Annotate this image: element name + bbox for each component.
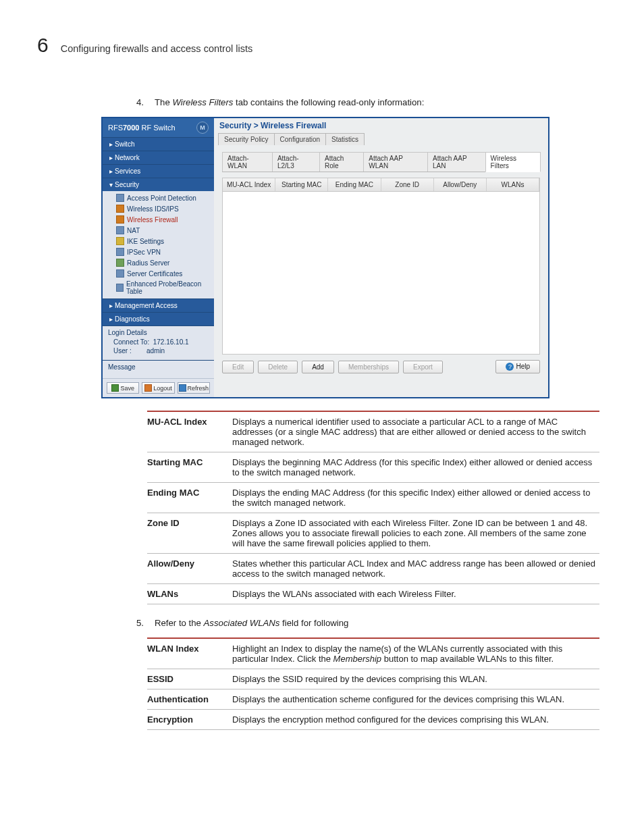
edit-button[interactable]: Edit — [222, 361, 254, 373]
sub-tabs: Attach-WLAN Attach-L2/L3 Attach Role Att… — [222, 152, 540, 172]
node-icon — [116, 194, 124, 202]
app-screenshot: RFS7000 RF Switch M ▸Switch ▸Network ▸Se… — [101, 117, 549, 398]
step-number: 5. — [132, 618, 144, 628]
server-icon — [116, 259, 124, 267]
memberships-button[interactable]: Memberships — [338, 361, 399, 373]
table-row: WLANsDisplays the WLANs associated with … — [147, 584, 599, 604]
logout-button[interactable]: Logout — [142, 382, 174, 394]
subtab-attach-aap-wlan[interactable]: Attach AAP WLAN — [363, 152, 428, 172]
page-header: 6 Configuring firewalls and access contr… — [37, 34, 607, 57]
sidebar-item-switch[interactable]: ▸Switch — [103, 137, 214, 151]
tab-statistics[interactable]: Statistics — [325, 133, 365, 145]
filters-grid: MU-ACL Index Starting MAC Ending MAC Zon… — [222, 178, 540, 355]
table-row: MU-ACL IndexDisplays a numerical identif… — [147, 411, 599, 452]
submenu-ipsec-vpn[interactable]: IPSec VPN — [103, 246, 214, 257]
main-tabs: Security PolicyConfigurationStatistics — [214, 133, 548, 145]
lock-icon — [116, 248, 124, 256]
col-mu-acl-index[interactable]: MU-ACL Index — [223, 178, 275, 191]
login-details-box: Login Details Connect To: 172.16.10.1 Us… — [103, 325, 214, 360]
firewall-icon — [116, 215, 124, 224]
table-row: AuthenticationDisplays the authenticatio… — [147, 689, 599, 710]
submenu-nat[interactable]: NAT — [103, 225, 214, 236]
table-row: Allow/DenyStates whether this particular… — [147, 554, 599, 584]
submenu-server-certificates[interactable]: Server Certificates — [103, 268, 214, 279]
sidebar: RFS7000 RF Switch M ▸Switch ▸Network ▸Se… — [103, 118, 214, 397]
step-text: The Wireless Filters tab contains the fo… — [155, 97, 607, 107]
table-row: Ending MACDisplays the ending MAC Addres… — [147, 483, 599, 513]
subtab-attach-l2l3[interactable]: Attach-L2/L3 — [272, 152, 320, 172]
table-row: WLAN IndexHighlight an Index to display … — [147, 638, 599, 669]
sidebar-item-management-access[interactable]: ▸Management Access — [103, 298, 214, 312]
help-icon: ? — [506, 363, 514, 371]
sidebar-item-diagnostics[interactable]: ▸Diagnostics — [103, 312, 214, 325]
col-starting-mac[interactable]: Starting MAC — [275, 178, 328, 191]
logout-icon — [144, 384, 152, 392]
nat-icon — [116, 226, 124, 234]
export-button[interactable]: Export — [403, 361, 443, 373]
cert-icon — [116, 269, 124, 278]
submenu-access-point-detection[interactable]: Access Point Detection — [103, 192, 214, 203]
submenu-radius-server[interactable]: Radius Server — [103, 257, 214, 268]
save-icon — [111, 384, 119, 392]
security-submenu: Access Point Detection Wireless IDS/IPS … — [103, 191, 214, 298]
step-4: 4. The Wireless Filters tab contains the… — [132, 97, 607, 107]
table-row: EncryptionDisplays the encryption method… — [147, 710, 599, 730]
col-ending-mac[interactable]: Ending MAC — [328, 178, 381, 191]
refresh-icon — [179, 384, 186, 392]
submenu-ike-settings[interactable]: IKE Settings — [103, 236, 214, 246]
sidebar-item-network[interactable]: ▸Network — [103, 151, 214, 164]
subtab-attach-role[interactable]: Attach Role — [319, 152, 364, 172]
table-row: Starting MACDisplays the beginning MAC A… — [147, 452, 599, 483]
submenu-wireless-ids-ips[interactable]: Wireless IDS/IPS — [103, 203, 214, 214]
col-wlans[interactable]: WLANs — [487, 178, 539, 191]
brand-bar: RFS7000 RF Switch M — [103, 118, 214, 137]
sidebar-button-bar: Save Logout Refresh — [103, 378, 214, 397]
step-number: 4. — [132, 97, 144, 107]
table-row: ESSIDDisplays the SSID required by the d… — [147, 669, 599, 689]
submenu-wireless-firewall[interactable]: Wireless Firewall — [103, 214, 214, 225]
delete-button[interactable]: Delete — [258, 361, 298, 373]
subtab-attach-aap-lan[interactable]: Attach AAP LAN — [427, 152, 486, 172]
table-row: Zone IDDisplays a Zone ID associated wit… — [147, 513, 599, 554]
refresh-button[interactable]: Refresh — [178, 382, 210, 394]
main-panel: Security > Wireless Firewall Security Po… — [214, 118, 548, 397]
tab-security-policy[interactable]: Security Policy — [218, 133, 275, 145]
breadcrumb: Security > Wireless Firewall — [214, 118, 548, 133]
chapter-title: Configuring firewalls and access control… — [61, 43, 253, 54]
sidebar-item-security[interactable]: ▾Security — [103, 178, 214, 191]
probe-icon — [116, 284, 124, 292]
message-box: Message — [103, 360, 214, 378]
add-button[interactable]: Add — [302, 361, 334, 373]
save-button[interactable]: Save — [107, 382, 139, 394]
submenu-enhanced-probe-beacon[interactable]: Enhanced Probe/Beacon Table — [103, 279, 214, 296]
fields-table-1: MU-ACL IndexDisplays a numerical identif… — [147, 411, 599, 604]
grid-button-bar: Edit Delete Add Memberships Export ?Help — [222, 360, 540, 373]
brand-logo-icon: M — [196, 122, 209, 134]
col-zone-id[interactable]: Zone ID — [381, 178, 434, 191]
key-icon — [116, 237, 124, 245]
subtab-attach-wlan[interactable]: Attach-WLAN — [222, 152, 273, 172]
step-text: Refer to the Associated WLANs field for … — [155, 618, 607, 628]
fields-table-2: WLAN IndexHighlight an Index to display … — [147, 637, 599, 730]
tab-configuration[interactable]: Configuration — [274, 133, 326, 145]
subtab-wireless-filters[interactable]: Wireless Filters — [485, 152, 541, 172]
shield-icon — [116, 205, 124, 213]
help-button[interactable]: ?Help — [495, 360, 540, 373]
col-allow-deny[interactable]: Allow/Deny — [434, 178, 487, 191]
chapter-number: 6 — [37, 34, 49, 57]
step-5: 5. Refer to the Associated WLANs field f… — [132, 618, 607, 628]
sidebar-item-services[interactable]: ▸Services — [103, 164, 214, 178]
grid-header: MU-ACL Index Starting MAC Ending MAC Zon… — [223, 178, 539, 192]
